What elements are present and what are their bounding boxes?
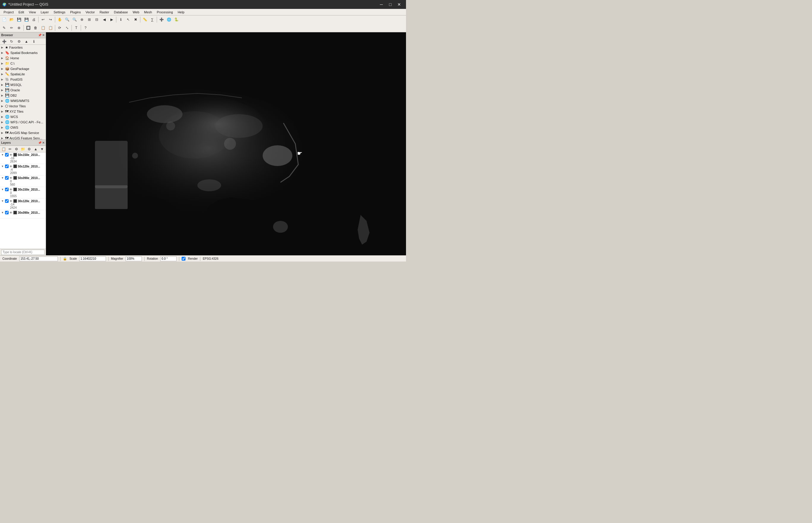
zoom-next-btn[interactable]: ▶ [108, 16, 115, 23]
browser-item-8[interactable]: ▶💾Oracle [0, 88, 46, 93]
identify-btn[interactable]: ℹ [117, 16, 124, 23]
layer-item-4[interactable]: ▼👁30s120e_2010...-14 2424 [0, 199, 46, 210]
help-btn[interactable]: ? [82, 24, 89, 32]
browser-pin-icon[interactable]: 📌 [38, 34, 41, 37]
menu-item-plugins[interactable]: Plugins [68, 10, 83, 15]
add-layer-btn[interactable]: ➕ [158, 16, 165, 23]
menu-item-help[interactable]: Help [175, 10, 187, 15]
browser-item-15[interactable]: ▶🌐OWS [0, 125, 46, 130]
open-project-btn[interactable]: 📂 [8, 16, 15, 23]
rotate-btn[interactable]: ⟳ [56, 24, 63, 32]
menu-item-project[interactable]: Project [1, 10, 16, 15]
menu-item-raster[interactable]: Raster [97, 10, 111, 15]
layer-item-3[interactable]: ▼👁30s150e_2010...0 1555 [0, 187, 46, 199]
layers-add-group-btn[interactable]: 📁 [20, 146, 26, 153]
browser-item-4[interactable]: ▶📦GeoPackage [0, 66, 46, 71]
browser-item-5[interactable]: ▶✏️SpatiaLite [0, 71, 46, 77]
browser-item-0[interactable]: ▶★Favorites [0, 45, 46, 50]
undo-btn[interactable]: ↩ [39, 16, 47, 23]
layers-move-up-btn[interactable]: ▲ [33, 146, 39, 153]
zoom-out-btn[interactable]: 🔍 [71, 16, 78, 23]
layer-checkbox-4[interactable] [5, 199, 8, 203]
save-as-btn[interactable]: 💾 [23, 16, 30, 23]
status-rotation-input[interactable] [160, 256, 177, 261]
delete-feature-btn[interactable]: 🗑 [32, 24, 39, 32]
browser-item-7[interactable]: ▶💾MSSQL [0, 82, 46, 88]
digitize-btn[interactable]: ✎ [1, 24, 8, 32]
zoom-selection-btn[interactable]: ⊞ [86, 16, 93, 23]
menu-item-layer[interactable]: Layer [38, 10, 51, 15]
browser-item-6[interactable]: ▶🐘PostGIS [0, 77, 46, 82]
layer-checkbox-1[interactable] [5, 165, 8, 168]
scale-btn[interactable]: ⤡ [64, 24, 71, 32]
menu-item-web[interactable]: Web [130, 10, 142, 15]
layers-pin-icon[interactable]: 📌 [38, 141, 41, 144]
zoom-last-btn[interactable]: ◀ [101, 16, 108, 23]
layers-close-icon[interactable]: ✕ [42, 141, 45, 144]
layer-eye-0[interactable]: 👁 [10, 153, 13, 157]
browser-filter-btn[interactable]: ⚙ [15, 38, 22, 45]
new-project-btn[interactable]: 📄 [1, 16, 8, 23]
redo-btn[interactable]: ↪ [47, 16, 54, 23]
label-btn[interactable]: T [73, 24, 80, 32]
field-calc-btn[interactable]: ∑ [149, 16, 156, 23]
layer-item-2[interactable]: ▼👁50s090e_2010...0 560 [0, 176, 46, 187]
map-area[interactable]: ☛ [46, 32, 406, 255]
edit-btn[interactable]: ✏ [8, 24, 15, 32]
layer-checkbox-3[interactable] [5, 188, 8, 191]
browser-refresh-btn[interactable]: ↻ [8, 38, 15, 45]
browser-item-13[interactable]: ▶🌐WCS [0, 114, 46, 120]
browser-add-btn[interactable]: ➕ [1, 38, 8, 45]
pan-btn[interactable]: ✋ [56, 16, 63, 23]
browser-item-1[interactable]: ▶🔖Spatial Bookmarks [0, 50, 46, 55]
layers-edit-btn[interactable]: ✏ [7, 146, 13, 153]
layer-eye-3[interactable]: 👁 [10, 188, 13, 191]
layers-filter-btn[interactable]: ⚙ [13, 146, 20, 153]
zoom-in-btn[interactable]: 🔍 [64, 16, 71, 23]
menu-item-processing[interactable]: Processing [154, 10, 175, 15]
python-btn[interactable]: 🐍 [173, 16, 180, 23]
paste-feature-btn[interactable]: 📋 [47, 24, 54, 32]
menu-item-edit[interactable]: Edit [16, 10, 27, 15]
menu-item-mesh[interactable]: Mesh [142, 10, 154, 15]
layer-checkbox-2[interactable] [5, 176, 8, 180]
snap-btn[interactable]: 🔲 [24, 24, 32, 32]
layers-manage-btn[interactable]: ⚙ [26, 146, 32, 153]
layer-item-5[interactable]: ▼👁30s090e_2010... [0, 210, 46, 218]
minimize-button[interactable]: ─ [377, 0, 386, 9]
layer-checkbox-5[interactable] [5, 211, 8, 214]
copy-feature-btn[interactable]: 📋 [39, 24, 47, 32]
menu-item-vector[interactable]: Vector [83, 10, 97, 15]
status-magnifier-input[interactable] [125, 256, 142, 261]
browser-close-icon[interactable]: ✕ [42, 34, 45, 37]
layer-item-1[interactable]: ▼👁50s120e_2010...-4 2099 [0, 164, 46, 176]
zoom-full-btn[interactable]: ⊕ [79, 16, 85, 23]
browser-collapse-btn[interactable]: ▲ [23, 38, 30, 45]
browser-item-14[interactable]: ▶🌐WFS / OGC API - Fe... [0, 120, 46, 125]
deselect-btn[interactable]: ✖ [132, 16, 139, 23]
status-coordinate-input[interactable] [19, 256, 58, 261]
locate-input[interactable] [1, 250, 45, 255]
status-scale-input[interactable] [79, 256, 106, 261]
menu-item-database[interactable]: Database [111, 10, 130, 15]
layer-eye-1[interactable]: 👁 [10, 165, 13, 168]
browser-item-9[interactable]: ▶💾DB2 [0, 93, 46, 98]
measure-btn[interactable]: 📏 [141, 16, 149, 23]
layer-checkbox-0[interactable] [5, 153, 8, 157]
zoom-layer-btn[interactable]: ⊟ [93, 16, 100, 23]
status-render-checkbox[interactable] [182, 257, 186, 260]
print-btn[interactable]: 🖨 [30, 16, 37, 23]
move-feature-btn[interactable]: ⊕ [15, 24, 22, 32]
maximize-button[interactable]: □ [386, 0, 395, 9]
layer-eye-5[interactable]: 👁 [10, 211, 13, 214]
browser-item-11[interactable]: ▶⬡Vector Tiles [0, 104, 46, 109]
save-project-btn[interactable]: 💾 [15, 16, 22, 23]
layer-eye-4[interactable]: 👁 [10, 200, 13, 203]
menu-item-view[interactable]: View [27, 10, 38, 15]
browser-info-btn[interactable]: ℹ [30, 38, 37, 45]
close-button[interactable]: ✕ [395, 0, 404, 9]
browser-item-2[interactable]: ▶🏠Home [0, 55, 46, 61]
browser-item-10[interactable]: ▶🌐WMS/WMTS [0, 98, 46, 104]
browser-item-3[interactable]: ▶📁C:\ [0, 61, 46, 66]
layers-open-attr-btn[interactable]: 📋 [1, 146, 7, 153]
